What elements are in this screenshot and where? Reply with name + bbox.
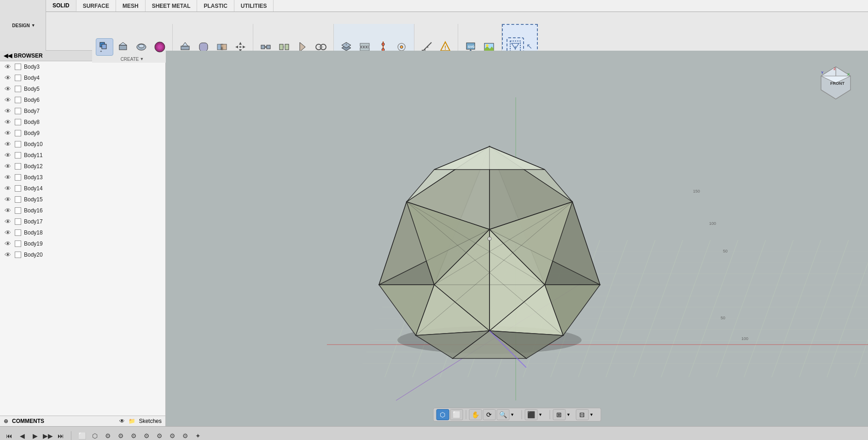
body-checkbox[interactable]: [15, 97, 21, 103]
add-comment-icon[interactable]: ⊕: [4, 418, 8, 424]
browser-item-body20[interactable]: 👁 Body20: [0, 249, 165, 260]
tab-sheet-metal[interactable]: SHEET METAL: [146, 0, 198, 12]
browser-item-body7[interactable]: 👁 Body7: [0, 106, 165, 117]
eye-toggle[interactable]: 👁: [4, 218, 12, 225]
browser-item-body13[interactable]: 👁 Body13: [0, 172, 165, 183]
body-checkbox[interactable]: [15, 252, 21, 258]
eye-toggle[interactable]: 👁: [4, 96, 12, 104]
eye-toggle[interactable]: 👁: [4, 85, 12, 93]
browser-item-body18[interactable]: 👁 Body18: [0, 227, 165, 238]
body-checkbox[interactable]: [15, 119, 21, 125]
body-checkbox[interactable]: [15, 218, 21, 225]
eye-toggle[interactable]: 👁: [4, 185, 12, 192]
body-checkbox[interactable]: [15, 174, 21, 181]
tl-icon-9[interactable]: ⚙: [180, 431, 190, 440]
browser-item-body3[interactable]: 👁 Body3: [0, 61, 165, 72]
eye-toggle[interactable]: 👁: [4, 118, 12, 126]
timeline: ⏮ ◀ ▶ ▶▶ ⏭ ⬜ ⬡ ⚙ ⚙ ⚙ ⚙ ⚙ ⚙ ⚙ ✦: [0, 426, 868, 440]
eye-toggle[interactable]: 👁: [4, 174, 12, 181]
browser-item-body5[interactable]: 👁 Body5: [0, 83, 165, 94]
display-settings-icon[interactable]: ⊟: [576, 409, 588, 420]
select-mode-icon[interactable]: ⬡: [436, 409, 449, 420]
browser-item-body12[interactable]: 👁 Body12: [0, 161, 165, 172]
browser-item-body11[interactable]: 👁 Body11: [0, 150, 165, 161]
grid-arrow[interactable]: ▼: [566, 412, 575, 417]
browser-item-body14[interactable]: 👁 Body14: [0, 183, 165, 194]
eye-toggle[interactable]: 👁: [4, 251, 12, 258]
timeline-play-icon[interactable]: ▶: [30, 431, 40, 440]
eye-toggle[interactable]: 👁: [4, 74, 12, 82]
zoom-arrow[interactable]: ▼: [510, 412, 518, 417]
body-checkbox[interactable]: [15, 86, 21, 92]
browser-item-body19[interactable]: 👁 Body19: [0, 238, 165, 249]
tab-surface[interactable]: SURFACE: [76, 0, 116, 12]
browser-item-body17[interactable]: 👁 Body17: [0, 216, 165, 227]
body-checkbox[interactable]: [15, 64, 21, 70]
body-checkbox[interactable]: [15, 130, 21, 136]
body-checkbox[interactable]: [15, 163, 21, 170]
ruler-bottom-100: 100: [741, 336, 748, 341]
browser-item-body15[interactable]: 👁 Body15: [0, 194, 165, 205]
body-checkbox[interactable]: [15, 141, 21, 147]
tl-icon-4[interactable]: ⚙: [116, 431, 126, 440]
zoom-icon[interactable]: 🔍: [496, 409, 509, 420]
tl-icon-8[interactable]: ⚙: [167, 431, 177, 440]
tl-icon-3[interactable]: ⚙: [103, 431, 113, 440]
design-button[interactable]: DESIGN ▼: [0, 0, 46, 51]
view-mode-arrow[interactable]: ▼: [538, 412, 547, 417]
tab-utilities[interactable]: UTILITIES: [234, 0, 274, 12]
new-component-icon[interactable]: +: [96, 38, 113, 56]
orbit-icon[interactable]: ⟳: [483, 409, 495, 420]
eye-toggle[interactable]: 👁: [4, 141, 12, 148]
tl-icon-7[interactable]: ⚙: [154, 431, 164, 440]
browser-item-body4[interactable]: 👁 Body4: [0, 72, 165, 83]
body-checkbox[interactable]: [15, 229, 21, 236]
tl-icon-5[interactable]: ⚙: [128, 431, 139, 440]
eye-toggle[interactable]: 👁: [4, 63, 12, 70]
eye-toggle[interactable]: 👁: [4, 107, 12, 115]
grid-display-icon[interactable]: ⊞: [553, 409, 565, 420]
tab-plastic[interactable]: PLASTIC: [197, 0, 234, 12]
extrude-icon[interactable]: [114, 38, 132, 56]
timeline-begin-icon[interactable]: ⏮: [5, 431, 14, 440]
browser-collapse-left[interactable]: ◀◀: [4, 53, 12, 59]
pan-icon[interactable]: ✋: [469, 409, 482, 420]
timeline-end-icon[interactable]: ⏭: [56, 431, 65, 440]
body-checkbox[interactable]: [15, 152, 21, 158]
body-name: Body12: [24, 163, 43, 170]
tl-icon-1[interactable]: ⬜: [77, 431, 87, 440]
tab-mesh[interactable]: MESH: [116, 0, 146, 12]
body-checkbox[interactable]: [15, 196, 21, 203]
svg-line-83: [772, 240, 821, 377]
eye-toggle[interactable]: 👁: [4, 152, 12, 159]
eye-toggle[interactable]: 👁: [4, 240, 12, 247]
browser-item-body16[interactable]: 👁 Body16: [0, 205, 165, 216]
timeline-forward-icon[interactable]: ▶▶: [43, 431, 52, 440]
tl-icon-6[interactable]: ⚙: [141, 431, 151, 440]
body-checkbox[interactable]: [15, 75, 21, 81]
view-cube[interactable]: FRONT Z X Y: [817, 65, 854, 101]
timeline-back-icon[interactable]: ◀: [17, 431, 27, 440]
browser-item-body8[interactable]: 👁 Body8: [0, 117, 165, 128]
body-checkbox[interactable]: [15, 108, 21, 114]
body-checkbox[interactable]: [15, 185, 21, 192]
eye-toggle[interactable]: 👁: [4, 163, 12, 170]
tl-icon-10[interactable]: ✦: [193, 431, 203, 440]
display-arrow[interactable]: ▼: [589, 412, 598, 417]
tab-solid[interactable]: SOLID: [46, 0, 76, 12]
body-checkbox[interactable]: [15, 241, 21, 247]
eye-toggle[interactable]: 👁: [4, 229, 12, 236]
browser-item-body9[interactable]: 👁 Body9: [0, 128, 165, 139]
revolve-icon[interactable]: [133, 38, 150, 56]
viewport[interactable]: FRONT Z X Y 150 100 50 100 50 ⬡ ⬜ ✋ ⟳ 🔍 …: [166, 51, 868, 426]
eye-toggle[interactable]: 👁: [4, 207, 12, 214]
body-checkbox[interactable]: [15, 207, 21, 214]
eye-toggle[interactable]: 👁: [4, 129, 12, 137]
browser-item-body6[interactable]: 👁 Body6: [0, 94, 165, 106]
create-arrow[interactable]: ▼: [140, 57, 144, 61]
view-mode-icon[interactable]: ⬛: [524, 409, 537, 420]
browser-item-body10[interactable]: 👁 Body10: [0, 139, 165, 150]
eye-toggle[interactable]: 👁: [4, 196, 12, 203]
fit-view-icon[interactable]: ⬜: [450, 409, 463, 420]
tl-icon-2[interactable]: ⬡: [90, 431, 100, 440]
